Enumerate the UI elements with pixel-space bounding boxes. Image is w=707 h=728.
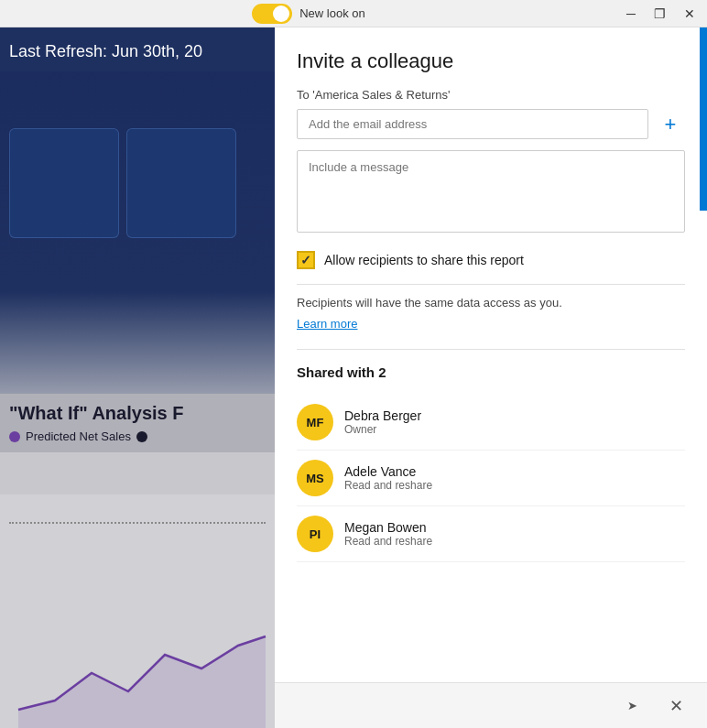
- dashboard-card-1: [9, 128, 119, 238]
- analysis-title: "What If" Analysis F: [9, 403, 266, 424]
- shared-user-item-2: PI Megan Bowen Read and reshare: [297, 506, 685, 562]
- title-bar: New look on ─ ❐ ✕: [0, 0, 707, 27]
- legend-label-1: Predicted Net Sales: [26, 429, 131, 443]
- dashboard-cards: [9, 128, 266, 238]
- analysis-section: "What If" Analysis F Predicted Net Sales: [0, 394, 275, 452]
- close-footer-button[interactable]: ✕: [659, 690, 692, 723]
- add-email-button[interactable]: +: [656, 110, 685, 139]
- user-avatar-2: PI: [297, 516, 333, 552]
- allow-share-checkbox[interactable]: ✓: [297, 251, 315, 269]
- chart-area: [0, 494, 275, 728]
- toggle-knob: [273, 5, 289, 22]
- svg-marker-0: [18, 636, 266, 728]
- modal-content: Invite a colleague To 'America Sales & R…: [275, 27, 707, 682]
- allow-share-checkbox-row: ✓ Allow recipients to share this report: [297, 251, 685, 269]
- maximize-button[interactable]: ❐: [647, 0, 674, 27]
- last-refresh-text: Last Refresh: Jun 30th, 20: [9, 42, 202, 60]
- dashboard-title: Last Refresh: Jun 30th, 20: [9, 41, 266, 62]
- learn-more-link[interactable]: Learn more: [297, 317, 357, 331]
- user-avatar-1: MS: [297, 460, 333, 496]
- toggle-label: New look on: [299, 6, 365, 20]
- user-role-2: Read and reshare: [344, 535, 432, 548]
- modal-footer: ➤ ✕: [275, 682, 707, 728]
- dashboard-title-area: Last Refresh: Jun 30th, 20: [0, 27, 275, 71]
- email-input[interactable]: [297, 109, 648, 139]
- message-textarea[interactable]: [297, 150, 685, 233]
- close-footer-icon: ✕: [669, 696, 683, 716]
- user-name-2: Megan Bowen: [344, 520, 432, 535]
- shared-with-section: Shared with 2 MF Debra Berger Owner MS A…: [297, 349, 685, 562]
- recipients-note: Recipients will have the same data acces…: [297, 296, 685, 310]
- chart-dotted-line: [9, 522, 266, 524]
- user-role-1: Read and reshare: [344, 479, 432, 492]
- shared-user-item-1: MS Adele Vance Read and reshare: [297, 451, 685, 506]
- checkmark-icon: ✓: [300, 253, 311, 267]
- email-input-row: +: [297, 109, 685, 139]
- to-label: To 'America Sales & Returns': [297, 88, 685, 102]
- divider-1: [297, 284, 685, 285]
- close-button[interactable]: ✕: [676, 0, 703, 27]
- user-role-0: Owner: [344, 423, 421, 436]
- send-icon: ➤: [627, 699, 637, 712]
- allow-share-label: Allow recipients to share this report: [324, 253, 524, 267]
- shared-user-item-0: MF Debra Berger Owner: [297, 395, 685, 451]
- right-edge-accent: [700, 27, 707, 211]
- modal-title: Invite a colleague: [297, 49, 685, 73]
- legend-dot-2: [136, 431, 147, 442]
- invite-modal: Invite a colleague To 'America Sales & R…: [275, 27, 707, 728]
- user-info-0: Debra Berger Owner: [344, 408, 421, 436]
- user-info-2: Megan Bowen Read and reshare: [344, 520, 432, 548]
- window-controls: ─ ❐ ✕: [617, 0, 703, 27]
- new-look-toggle[interactable]: [252, 4, 292, 24]
- user-info-1: Adele Vance Read and reshare: [344, 464, 432, 492]
- legend-dot-1: [9, 431, 20, 442]
- shared-with-title: Shared with 2: [297, 364, 685, 380]
- legend-area: Predicted Net Sales: [9, 429, 266, 443]
- minimize-button[interactable]: ─: [617, 0, 645, 27]
- user-name-0: Debra Berger: [344, 408, 421, 423]
- send-button[interactable]: ➤: [615, 690, 648, 723]
- user-name-1: Adele Vance: [344, 464, 432, 479]
- user-avatar-0: MF: [297, 404, 333, 440]
- chart-svg: [0, 618, 275, 728]
- new-look-toggle-area: New look on: [252, 4, 365, 24]
- dashboard-card-2: [126, 128, 236, 238]
